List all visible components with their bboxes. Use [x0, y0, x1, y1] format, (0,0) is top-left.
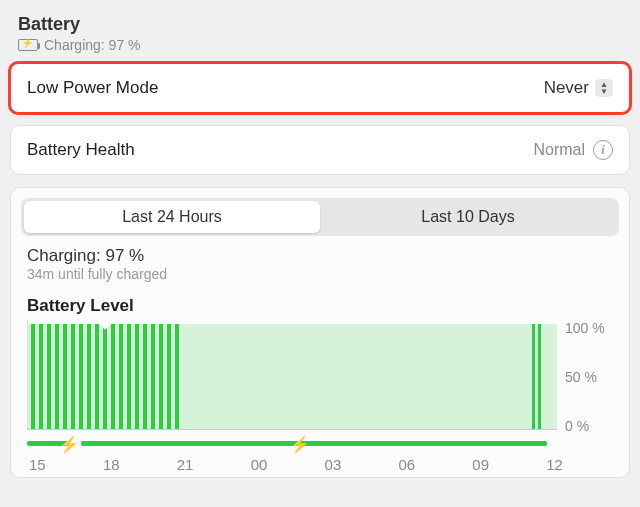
- x-tick: 00: [251, 456, 268, 473]
- low-power-mode-row[interactable]: Low Power Mode Never ▲▼: [10, 63, 630, 113]
- x-tick: 15: [29, 456, 46, 473]
- battery-level-card: Last 24 Hours Last 10 Days Charging: 97 …: [10, 187, 630, 478]
- battery-health-row[interactable]: Battery Health Normal i: [10, 125, 630, 175]
- battery-charging-icon: [18, 39, 38, 51]
- x-tick: 12: [546, 456, 563, 473]
- x-axis: 15 18 21 00 03 06 09 12: [29, 456, 563, 477]
- x-tick: 03: [325, 456, 342, 473]
- y-tick-50: 50 %: [565, 369, 613, 385]
- y-tick-100: 100 %: [565, 320, 613, 336]
- low-power-mode-label: Low Power Mode: [27, 78, 158, 98]
- page-title: Battery: [18, 14, 622, 35]
- tab-last-24-hours[interactable]: Last 24 Hours: [24, 201, 320, 233]
- time-until-full: 34m until fully charged: [27, 266, 613, 282]
- low-power-mode-select[interactable]: Never ▲▼: [544, 78, 613, 98]
- battery-level-chart: [27, 320, 557, 430]
- x-tick: 06: [398, 456, 415, 473]
- info-icon[interactable]: i: [593, 140, 613, 160]
- charging-timeline: ⚡ ⚡: [27, 436, 563, 450]
- low-power-mode-value: Never: [544, 78, 589, 98]
- time-range-segmented: Last 24 Hours Last 10 Days: [21, 198, 619, 236]
- x-tick: 18: [103, 456, 120, 473]
- tab-last-10-days[interactable]: Last 10 Days: [320, 201, 616, 233]
- chevron-up-down-icon: ▲▼: [595, 79, 613, 97]
- battery-health-label: Battery Health: [27, 140, 135, 160]
- bolt-icon: ⚡: [59, 435, 79, 454]
- charging-status: Charging: 97 %: [44, 37, 141, 53]
- charging-summary: Charging: 97 %: [27, 246, 613, 266]
- chart-title: Battery Level: [27, 296, 613, 316]
- y-tick-0: 0 %: [565, 418, 613, 434]
- bolt-icon: ⚡: [290, 435, 310, 454]
- battery-health-value: Normal: [533, 141, 585, 159]
- x-tick: 21: [177, 456, 194, 473]
- y-axis: 100 % 50 % 0 %: [557, 320, 613, 434]
- x-tick: 09: [472, 456, 489, 473]
